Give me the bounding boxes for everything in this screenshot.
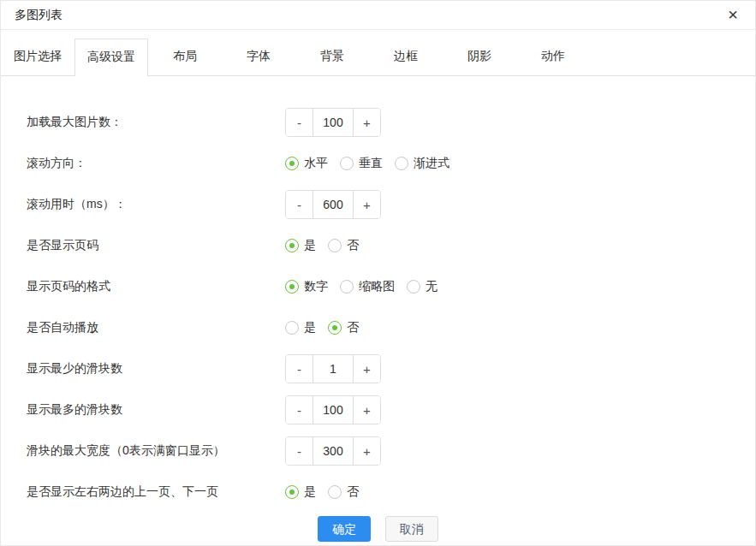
form-row: 滑块的最大宽度（0表示满窗口显示）-300+ xyxy=(27,430,755,472)
radio-group: 数字缩略图无 xyxy=(285,279,449,294)
form-row-label: 是否自动播放 xyxy=(27,320,285,335)
stepper-plus-button[interactable]: + xyxy=(354,191,380,218)
radio-option[interactable]: 否 xyxy=(328,320,359,335)
settings-form: 加载最大图片数：-100+滚动方向：水平垂直渐进式滚动用时（ms）：-600+是… xyxy=(1,76,755,513)
radio-option[interactable]: 渐进式 xyxy=(395,156,449,171)
form-row-label: 是否显示左右两边的上一页、下一页 xyxy=(27,484,285,500)
confirm-button[interactable]: 确定 xyxy=(318,516,371,542)
radio-option-label: 水平 xyxy=(304,156,328,171)
tab-1[interactable]: 高级设置 xyxy=(74,39,148,76)
form-row: 显示最多的滑块数-100+ xyxy=(27,389,755,430)
form-row-label: 滚动用时（ms）： xyxy=(27,197,285,212)
stepper-minus-button[interactable]: - xyxy=(286,396,313,424)
number-stepper: -100+ xyxy=(285,108,381,137)
radio-option[interactable]: 是 xyxy=(285,484,316,500)
tab-bar: 图片选择高级设置布局字体背景边框阴影动作 xyxy=(1,39,755,76)
radio-selected-icon xyxy=(328,321,342,335)
radio-unselected-icon xyxy=(285,321,299,335)
form-row: 是否自动播放是否 xyxy=(27,307,755,348)
radio-option-label: 垂直 xyxy=(359,156,383,171)
radio-option-label: 无 xyxy=(426,279,438,294)
radio-option-label: 否 xyxy=(347,484,359,500)
form-row-label: 加载最大图片数： xyxy=(27,115,285,130)
radio-selected-icon xyxy=(285,280,299,294)
radio-unselected-icon xyxy=(340,157,354,170)
stepper-value[interactable]: 100 xyxy=(313,109,354,136)
radio-group: 是否 xyxy=(285,238,371,253)
radio-option-label: 缩略图 xyxy=(359,279,395,294)
stepper-minus-button[interactable]: - xyxy=(286,355,313,383)
radio-option[interactable]: 数字 xyxy=(285,279,328,294)
radio-unselected-icon xyxy=(395,157,408,170)
stepper-plus-button[interactable]: + xyxy=(354,437,380,465)
radio-unselected-icon xyxy=(407,280,420,294)
radio-option[interactable]: 是 xyxy=(285,238,316,253)
radio-option[interactable]: 垂直 xyxy=(340,156,383,171)
radio-option-label: 渐进式 xyxy=(414,156,449,171)
tab-7[interactable]: 动作 xyxy=(516,39,590,75)
radio-selected-icon xyxy=(285,157,299,170)
tab-4[interactable]: 背景 xyxy=(295,39,369,75)
radio-selected-icon xyxy=(285,239,299,252)
tab-6[interactable]: 阴影 xyxy=(443,39,516,75)
radio-group: 是否 xyxy=(285,484,371,500)
radio-option-label: 是 xyxy=(304,238,316,253)
form-row: 显示最少的滑块数-1+ xyxy=(27,348,755,389)
tab-2[interactable]: 布局 xyxy=(148,39,222,75)
radio-group: 是否 xyxy=(285,320,371,335)
radio-option-label: 是 xyxy=(304,484,316,500)
radio-option[interactable]: 否 xyxy=(328,238,359,253)
form-row: 显示页码的格式数字缩略图无 xyxy=(27,266,755,307)
number-stepper: -1+ xyxy=(285,354,381,383)
form-row-label: 显示页码的格式 xyxy=(27,279,285,294)
close-icon[interactable]: × xyxy=(728,4,738,25)
multi-image-list-dialog: 多图列表 × 图片选择高级设置布局字体背景边框阴影动作 加载最大图片数：-100… xyxy=(0,0,756,546)
number-stepper: -600+ xyxy=(285,190,381,219)
stepper-plus-button[interactable]: + xyxy=(354,109,380,136)
form-row-label: 是否显示页码 xyxy=(27,238,285,253)
number-stepper: -100+ xyxy=(285,395,381,424)
radio-unselected-icon xyxy=(328,239,342,252)
form-row-label: 滚动方向： xyxy=(27,156,285,171)
stepper-value[interactable]: 1 xyxy=(313,355,354,383)
radio-option[interactable]: 水平 xyxy=(285,156,328,171)
dialog-title: 多图列表 xyxy=(15,8,63,23)
tab-0[interactable]: 图片选择 xyxy=(1,39,74,75)
radio-selected-icon xyxy=(285,485,299,499)
form-row: 是否显示左右两边的上一页、下一页是否 xyxy=(27,472,755,513)
form-row: 是否显示页码是否 xyxy=(27,225,755,266)
stepper-minus-button[interactable]: - xyxy=(286,191,313,218)
radio-option-label: 数字 xyxy=(304,279,328,294)
form-row: 滚动方向：水平垂直渐进式 xyxy=(27,143,755,184)
form-row-label: 滑块的最大宽度（0表示满窗口显示） xyxy=(27,443,285,459)
stepper-minus-button[interactable]: - xyxy=(286,437,313,465)
number-stepper: -300+ xyxy=(285,436,381,466)
radio-option[interactable]: 无 xyxy=(407,279,438,294)
radio-option[interactable]: 缩略图 xyxy=(340,279,395,294)
form-row: 加载最大图片数：-100+ xyxy=(27,102,755,143)
form-row-label: 显示最多的滑块数 xyxy=(27,402,285,418)
radio-option[interactable]: 是 xyxy=(285,320,316,335)
stepper-plus-button[interactable]: + xyxy=(354,355,380,383)
radio-option-label: 是 xyxy=(304,320,316,335)
radio-option-label: 否 xyxy=(347,320,359,335)
radio-group: 水平垂直渐进式 xyxy=(285,156,461,171)
dialog-footer: 确定 取消 xyxy=(1,516,755,542)
stepper-value[interactable]: 600 xyxy=(313,191,354,218)
stepper-plus-button[interactable]: + xyxy=(354,396,380,424)
form-row: 滚动用时（ms）：-600+ xyxy=(27,184,755,225)
cancel-button[interactable]: 取消 xyxy=(385,516,438,542)
tab-5[interactable]: 边框 xyxy=(369,39,443,75)
stepper-value[interactable]: 100 xyxy=(313,396,354,424)
radio-option-label: 否 xyxy=(347,238,359,253)
tab-3[interactable]: 字体 xyxy=(222,39,295,75)
radio-unselected-icon xyxy=(328,485,342,499)
dialog-header: 多图列表 × xyxy=(1,1,755,30)
form-row-label: 显示最少的滑块数 xyxy=(27,361,285,377)
stepper-minus-button[interactable]: - xyxy=(286,109,313,136)
stepper-value[interactable]: 300 xyxy=(313,437,354,465)
radio-unselected-icon xyxy=(340,280,354,294)
radio-option[interactable]: 否 xyxy=(328,484,359,500)
